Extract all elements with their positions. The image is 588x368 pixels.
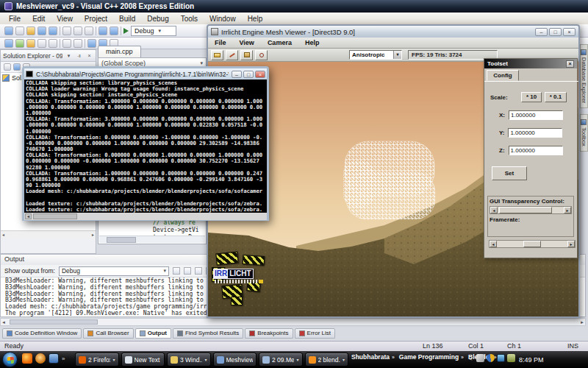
editor-tab-maincpp[interactable]: main.cpp (98, 46, 141, 57)
vs-menu-item[interactable]: File (3, 14, 26, 24)
scroll-right-icon[interactable] (91, 233, 95, 237)
toolset-close-icon[interactable] (566, 60, 574, 68)
vs-menu-item[interactable]: Help (242, 14, 269, 24)
new-project-icon[interactable] (4, 26, 13, 35)
close-button[interactable] (563, 28, 576, 36)
open-model-button[interactable] (211, 50, 223, 60)
irrlicht-menu-item[interactable]: Help (298, 39, 326, 46)
solution-explorer-scrollbar[interactable] (1, 230, 96, 238)
irrlicht-menu-item[interactable]: View (233, 39, 261, 46)
firefox-quicklaunch-icon[interactable] (22, 353, 32, 364)
open-archive-button[interactable] (240, 50, 253, 60)
add-item-icon[interactable] (15, 26, 24, 35)
vs-menu-item[interactable]: Edit (26, 14, 51, 24)
texture-filter-combo[interactable]: Anisotropic (349, 50, 402, 60)
volume-tray-icon[interactable] (507, 354, 515, 362)
maximize-button[interactable] (243, 71, 254, 78)
show-all-files-icon[interactable] (13, 63, 21, 71)
slider-thumb[interactable] (523, 241, 541, 247)
slider-left-icon[interactable] (490, 241, 497, 247)
scroll-left-icon[interactable] (1, 320, 6, 325)
irrlicht-menu-item[interactable]: Camera (261, 39, 298, 46)
vs-menu-item[interactable]: Debug (141, 14, 174, 24)
redo-icon[interactable] (110, 26, 118, 35)
security-shield-tray-icon[interactable] (487, 354, 495, 362)
close-button[interactable] (255, 71, 265, 78)
vs-menu-item[interactable]: Tools (175, 14, 204, 24)
autohide-tab[interactable]: Database Explorer (580, 44, 588, 108)
autohide-tab[interactable]: Toolbox (580, 114, 588, 152)
help-button[interactable] (255, 50, 268, 60)
next-message-icon[interactable] (195, 267, 202, 275)
undo-icon[interactable] (98, 26, 107, 35)
console-scrollbar-horizontal[interactable] (24, 213, 267, 220)
window-position-icon[interactable] (65, 53, 73, 59)
taskbar-button[interactable]: New Text ... (121, 353, 165, 367)
solution-config-combo[interactable]: Debug (131, 26, 176, 36)
slider-right-icon[interactable] (564, 207, 571, 213)
cut-icon[interactable] (62, 26, 71, 35)
outdent-icon[interactable] (49, 39, 57, 48)
tools-button[interactable] (226, 50, 238, 60)
editor-scrollbar-horizontal[interactable] (99, 236, 205, 243)
toggle-breakpoint-icon[interactable] (87, 39, 96, 48)
output-scrollbar-horizontal[interactable] (0, 318, 586, 326)
open-file-icon[interactable] (26, 26, 35, 35)
paste-icon[interactable] (85, 26, 93, 35)
z-field[interactable]: 1.000000 (509, 146, 563, 155)
minimize-button[interactable] (232, 71, 242, 78)
slider-left-icon[interactable] (490, 207, 498, 213)
console-output[interactable]: COLLADA skipping section: library_physic… (24, 79, 267, 213)
start-button[interactable] (2, 352, 18, 367)
close-icon[interactable] (85, 53, 93, 58)
solution-explorer-header[interactable]: Solution Explorer - 09.Me... (1, 50, 96, 62)
taskbar-toolbar[interactable]: Shubhabrata (351, 353, 395, 361)
bottom-tab[interactable]: Code Definition Window (2, 328, 82, 339)
scroll-right-icon[interactable] (580, 320, 584, 325)
set-button[interactable]: Set (492, 166, 527, 180)
slider-thumb[interactable] (499, 207, 552, 213)
y-field[interactable]: 1.000000 (508, 128, 562, 138)
taskbar-clock[interactable]: 8:49 PM (519, 351, 544, 368)
vs-menu-item[interactable]: View (51, 14, 79, 24)
scrollbar-thumb[interactable] (33, 213, 77, 219)
maximize-button[interactable] (549, 28, 562, 36)
toolset-tab-config[interactable]: Config (487, 70, 519, 81)
vs-menu-item[interactable]: Project (79, 14, 113, 24)
word-wrap-icon[interactable] (15, 39, 24, 48)
taskbar-button[interactable]: 2 Firefox (75, 353, 119, 367)
gui-transparency-slider[interactable] (490, 206, 572, 214)
scrollbar-thumb[interactable] (10, 319, 98, 325)
save-icon[interactable] (37, 26, 46, 35)
scale-x01-button[interactable]: * 0.1 (545, 92, 567, 102)
taskbar-toolbar[interactable]: Game Programming (399, 353, 464, 361)
taskbar-button[interactable]: 3 Wind... (167, 353, 211, 367)
minimize-button[interactable] (535, 28, 548, 36)
taskbar-button[interactable]: Meshview... (213, 353, 257, 367)
vs-menu-item[interactable]: Window (204, 14, 242, 24)
scroll-left-icon[interactable] (25, 213, 32, 219)
bookmark-next-icon[interactable] (74, 39, 82, 48)
scale-x10-button[interactable]: * 10 (521, 92, 542, 102)
auto-hide-pin-icon[interactable] (75, 54, 83, 58)
vs-titlebar[interactable]: Meshviewer_vc9 - Visual C++ 2008 Express… (0, 0, 588, 13)
vs-menu-item[interactable]: Build (113, 14, 141, 24)
bookmark-icon[interactable] (62, 39, 71, 48)
show-desktop-icon[interactable] (49, 353, 59, 364)
goto-message-icon[interactable] (173, 267, 180, 275)
previous-message-icon[interactable] (184, 267, 191, 275)
output-source-combo[interactable]: Debug (59, 266, 169, 276)
scroll-left-icon[interactable] (1, 233, 5, 237)
console-titlebar[interactable]: C:\Shubhabrata\Projects\Game Programming… (24, 68, 267, 79)
copy-icon[interactable] (74, 26, 82, 35)
quicklaunch-icon-2[interactable] (35, 353, 46, 364)
framerate-slider[interactable] (489, 240, 576, 248)
bottom-tab[interactable]: Find Symbol Results (173, 328, 243, 339)
toolset-titlebar[interactable]: Toolset (484, 59, 577, 68)
bottom-tab[interactable]: Breakpoints (245, 328, 293, 339)
comment-icon[interactable] (26, 39, 35, 48)
taskbar-button[interactable]: 2 09.Me... (259, 353, 303, 367)
bottom-tab[interactable]: Output (135, 328, 171, 339)
save-all-icon[interactable] (49, 26, 57, 35)
tray-overflow-chevron[interactable]: < (469, 355, 473, 362)
